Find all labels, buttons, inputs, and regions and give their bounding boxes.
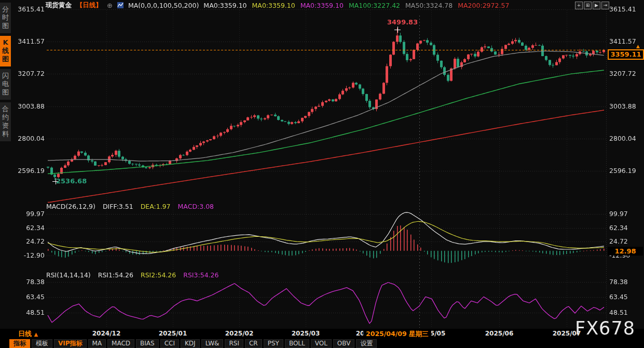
main-ytick-left-2: 3207.72 bbox=[18, 70, 45, 78]
pan-tool-icon[interactable]: + bbox=[575, 2, 583, 9]
main-ytick-right-3: 3003.88 bbox=[609, 102, 636, 111]
main-ytick-left-0: 3615.41 bbox=[18, 5, 45, 14]
main-ytick-left-5: 2596.19 bbox=[18, 167, 45, 175]
month-tick-2: 2025/02 bbox=[225, 330, 253, 337]
rsi-header: RSI(14,14,14) RSI1:54.26 RSI2:54.26 RSI3… bbox=[46, 271, 224, 279]
macd-ytick-right-0: 99.97 bbox=[609, 210, 636, 218]
macd-macd-value: MACD:3.08 bbox=[178, 203, 214, 210]
zoom-range-icon[interactable]: ⊞ bbox=[584, 2, 592, 9]
rsi-ytick-left-2: 48.51 bbox=[18, 309, 45, 317]
month-tick-1: 2025/01 bbox=[159, 330, 187, 337]
main-ytick-right-1: 3411.57 bbox=[609, 37, 636, 46]
toolbar-button-VIP指标[interactable]: VIP指标 bbox=[54, 339, 87, 348]
ma-value-0: MA0:3359.10 bbox=[203, 2, 246, 9]
sidebar-item-0[interactable]: 分时图 bbox=[0, 3, 11, 33]
rsi-ytick-right-1: 63.45 bbox=[609, 293, 636, 301]
chart-canvas[interactable] bbox=[0, 0, 644, 348]
macd-ytick-left-3: -12.90 bbox=[18, 251, 45, 260]
toolbar-button-模板[interactable]: 模板 bbox=[32, 339, 52, 348]
add-indicator-icon[interactable]: ⊕ bbox=[107, 2, 113, 9]
chart-tool-icons: +⊞▶⇥ bbox=[575, 2, 609, 9]
toolbar-button-BIAS[interactable]: BIAS bbox=[136, 339, 159, 348]
main-ytick-left-1: 3411.57 bbox=[18, 37, 45, 46]
ma-value-4: MA50:3324.78 bbox=[405, 2, 453, 9]
trading-app-window: 分时图K线图闪电图合约资料 现货黄金 【日线】 ⊕ MA(0,0,0,100,5… bbox=[0, 0, 644, 348]
crosshair-date-tooltip: 2025/04/09 星期三 bbox=[363, 329, 431, 339]
date-axis: 日线 ▲ 2024/122025/012025/022025/032025/04… bbox=[0, 329, 644, 339]
macd-dea-value: DEA:1.97 bbox=[141, 203, 171, 210]
rsi-ytick-left-1: 63.45 bbox=[18, 293, 45, 301]
jump-latest-icon[interactable]: ⇥ bbox=[601, 2, 609, 9]
macd-header: MACD(26,12,9) DIFF:3.51 DEA:1.97 MACD:3.… bbox=[46, 203, 219, 210]
ma-value-2: MA0:3359.10 bbox=[300, 2, 344, 9]
macd-ytick-left-1: 62.34 bbox=[18, 224, 45, 232]
ma-value-5: MA200:2972.57 bbox=[458, 2, 509, 9]
toolbar-button-BOLL[interactable]: BOLL bbox=[285, 339, 309, 348]
ma-value-1: MA0:3359.10 bbox=[252, 2, 295, 9]
macd-params-label: MACD(26,12,9) bbox=[46, 203, 95, 210]
left-sidebar: 分时图K线图闪电图合约资料 bbox=[0, 0, 13, 339]
toolbar-button-指标[interactable]: 指标 bbox=[9, 339, 30, 348]
toolbar-button-LW&[interactable]: LW& bbox=[201, 339, 224, 348]
rsi-ytick-left-0: 78.38 bbox=[18, 278, 45, 286]
chevron-up-icon: ▲ bbox=[34, 331, 38, 337]
month-tick-6: 2025/06 bbox=[485, 330, 513, 337]
toolbar-button-VOL[interactable]: VOL bbox=[311, 339, 332, 348]
main-ytick-right-0: 3615.41 bbox=[609, 5, 636, 14]
toolbar-button-RSI[interactable]: RSI bbox=[225, 339, 243, 348]
brand-watermark: FX678 bbox=[575, 318, 635, 339]
rsi2-value: RSI2:54.26 bbox=[141, 271, 176, 279]
sidebar-item-2[interactable]: 闪电图 bbox=[0, 69, 11, 100]
main-ytick-right-2: 3207.72 bbox=[609, 70, 636, 78]
indicator-toolbar: 指标模板VIP指标MAMACDBIASCCIKDJLW&RSICRPSYBOLL… bbox=[0, 339, 644, 348]
ma-settings-label: MA(0,0,0,100,50,200) bbox=[128, 2, 199, 9]
period-tag: 【日线】 bbox=[76, 1, 102, 10]
toolbar-button-CCI[interactable]: CCI bbox=[160, 339, 179, 348]
rsi1-value: RSI1:54.26 bbox=[98, 271, 133, 279]
month-tick-3: 2025/03 bbox=[292, 330, 320, 337]
rsi-ytick-right-0: 78.38 bbox=[609, 278, 636, 286]
chart-header: 现货黄金 【日线】 ⊕ MA(0,0,0,100,50,200) MA0:335… bbox=[46, 1, 509, 9]
toolbar-button-MACD[interactable]: MACD bbox=[107, 339, 134, 348]
ma-values: MA0:3359.10MA0:3359.10MA0:3359.10MA100:3… bbox=[203, 2, 509, 9]
main-ytick-right-5: 2596.19 bbox=[609, 167, 636, 175]
main-ytick-right-4: 2800.04 bbox=[609, 135, 636, 143]
ma-value-3: MA100:3227.42 bbox=[349, 2, 400, 9]
toolbar-button-PSY[interactable]: PSY bbox=[264, 339, 283, 348]
main-ytick-left-3: 3003.88 bbox=[18, 102, 45, 111]
macd-ytick-right-1: 62.34 bbox=[609, 224, 636, 232]
toolbar-button-KDJ[interactable]: KDJ bbox=[181, 339, 200, 348]
toolbar-button-OBV[interactable]: OBV bbox=[333, 339, 355, 348]
sidebar-item-3[interactable]: 合约资料 bbox=[0, 102, 11, 141]
period-selector[interactable]: 日线 ▲ bbox=[18, 329, 38, 339]
toolbar-button-设置[interactable]: 设置 bbox=[356, 339, 377, 348]
macd-diff-value: DIFF:3.51 bbox=[103, 203, 133, 210]
macd-ytick-right-2: 24.72 bbox=[609, 237, 636, 246]
toolbar-button-CR[interactable]: CR bbox=[245, 339, 262, 348]
macd-latest-tag: 12.98 bbox=[608, 247, 643, 256]
low-price-annotation: 2536.68 bbox=[56, 177, 87, 185]
high-price-annotation: 3499.83 bbox=[387, 18, 418, 26]
macd-ytick-left-2: 24.72 bbox=[18, 237, 45, 246]
month-tick-0: 2024/12 bbox=[92, 330, 120, 337]
toolbar-button-MA[interactable]: MA bbox=[88, 339, 106, 348]
main-ytick-left-4: 2800.04 bbox=[18, 135, 45, 143]
rsi-params-label: RSI(14,14,14) bbox=[46, 271, 91, 279]
symbol-title: 现货黄金 bbox=[46, 1, 72, 10]
price-marker-icon: ▲ bbox=[636, 44, 640, 49]
rsi-ytick-right-2: 48.51 bbox=[609, 309, 636, 317]
sidebar-item-1[interactable]: K线图 bbox=[0, 36, 11, 66]
macd-ytick-left-0: 99.97 bbox=[18, 210, 45, 218]
play-forward-icon[interactable]: ▶ bbox=[593, 2, 600, 9]
last-price-tag: 3359.11 bbox=[608, 49, 644, 60]
ma-indicator-icon[interactable] bbox=[117, 2, 124, 8]
rsi3-value: RSI3:54.26 bbox=[183, 271, 218, 279]
